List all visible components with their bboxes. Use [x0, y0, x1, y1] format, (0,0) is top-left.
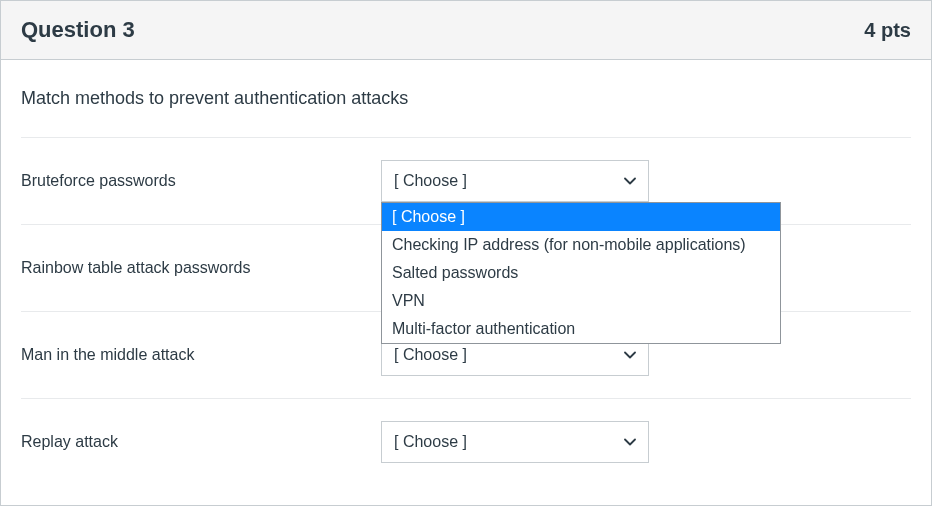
dropdown-option-vpn[interactable]: VPN	[382, 287, 780, 315]
dropdown-option-placeholder[interactable]: [ Choose ]	[382, 203, 780, 231]
select-wrap: [ Choose ]	[381, 421, 649, 463]
question-header: Question 3 4 pts	[1, 0, 931, 60]
select-value: [ Choose ]	[394, 433, 467, 451]
match-label-bruteforce: Bruteforce passwords	[21, 172, 381, 190]
question-prompt: Match methods to prevent authentication …	[21, 88, 911, 109]
match-label-mitm: Man in the middle attack	[21, 346, 381, 364]
question-title: Question 3	[21, 17, 135, 43]
match-row: Bruteforce passwords [ Choose ] [ Choose…	[21, 137, 911, 224]
select-replay[interactable]: [ Choose ]	[381, 421, 649, 463]
question-container: Question 3 4 pts Match methods to preven…	[0, 0, 932, 506]
question-body: Match methods to prevent authentication …	[1, 60, 931, 505]
chevron-down-icon	[624, 174, 636, 188]
chevron-down-icon	[624, 435, 636, 449]
match-label-replay: Replay attack	[21, 433, 381, 451]
chevron-down-icon	[624, 348, 636, 362]
match-row: Replay attack [ Choose ]	[21, 398, 911, 485]
dropdown-option-salted[interactable]: Salted passwords	[382, 259, 780, 287]
dropdown-list: [ Choose ] Checking IP address (for non-…	[381, 202, 781, 344]
select-bruteforce[interactable]: [ Choose ]	[381, 160, 649, 202]
dropdown-option-ip-check[interactable]: Checking IP address (for non-mobile appl…	[382, 231, 780, 259]
select-wrap: [ Choose ] [ Choose ] Checking IP addres…	[381, 160, 649, 202]
dropdown-option-mfa[interactable]: Multi-factor authentication	[382, 315, 780, 343]
select-value: [ Choose ]	[394, 346, 467, 364]
question-points: 4 pts	[864, 19, 911, 42]
match-label-rainbow: Rainbow table attack passwords	[21, 259, 381, 277]
select-value: [ Choose ]	[394, 172, 467, 190]
